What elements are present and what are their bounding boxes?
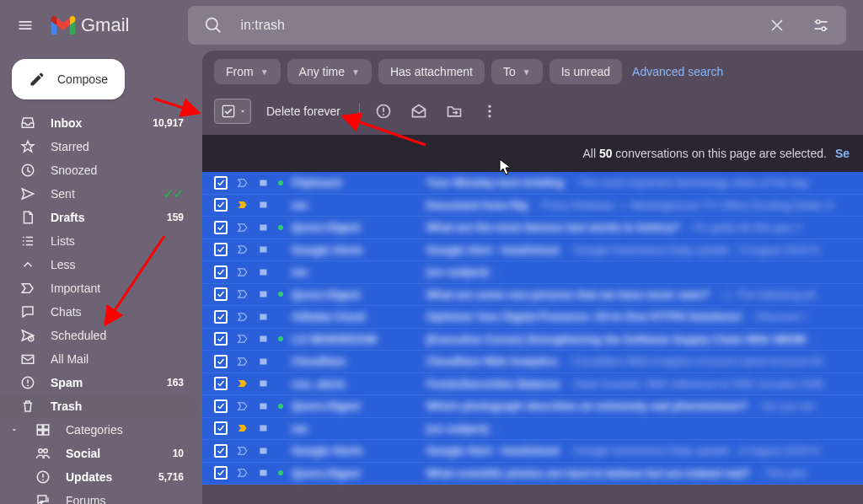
sidebar-item-spam[interactable]: Spam163 xyxy=(0,371,197,394)
svg-point-20 xyxy=(488,110,490,112)
sidebar-item-count: 5,716 xyxy=(158,471,184,483)
filter-chip-any-time[interactable]: Any time▼ xyxy=(287,59,372,84)
row-checkbox[interactable] xyxy=(214,287,228,301)
filter-chip-from[interactable]: From▼ xyxy=(214,59,281,84)
row-checkbox[interactable] xyxy=(214,265,228,279)
gmail-logo[interactable]: Gmail xyxy=(51,14,129,36)
search-input[interactable] xyxy=(240,18,750,33)
gmail-logo-icon xyxy=(51,16,76,35)
report-spam-button[interactable] xyxy=(368,96,399,126)
label-icon xyxy=(258,356,270,367)
mail-row[interactable]: FlipboardYour Monday tech briefing - The… xyxy=(202,172,863,195)
sidebar-item-inbox[interactable]: Inbox10,917 xyxy=(0,111,197,135)
row-checkbox[interactable] xyxy=(214,466,228,480)
mail-row[interactable]: meDocument from Raj - Press Release — We… xyxy=(202,195,863,217)
sidebar-item-important[interactable]: Important xyxy=(0,276,197,300)
filter-bar: From▼Any time▼Has attachmentTo▼Is unread… xyxy=(202,51,863,93)
category-dot-icon xyxy=(278,292,283,297)
mail-row[interactable]: Quora DigestWhich photograph describes a… xyxy=(202,395,863,418)
row-checkbox[interactable] xyxy=(214,310,228,324)
category-dot-icon xyxy=(278,381,283,386)
importance-marker[interactable] xyxy=(236,177,249,189)
importance-marker[interactable] xyxy=(236,199,249,211)
importance-marker[interactable] xyxy=(236,244,249,255)
sidebar-item-scheduled[interactable]: Scheduled xyxy=(0,324,197,347)
search-button[interactable] xyxy=(196,8,230,42)
clear-search-button[interactable] xyxy=(760,8,794,42)
mail-row[interactable]: Google AlertsGoogle Alert - how2shout - … xyxy=(202,239,863,262)
sidebar-item-less[interactable]: Less xyxy=(0,253,197,276)
action-toolbar: Delete forever xyxy=(202,93,863,135)
filter-chip-to[interactable]: To▼ xyxy=(491,59,543,84)
sidebar-item-lists[interactable]: Lists xyxy=(0,229,197,253)
spam-icon xyxy=(375,103,392,120)
compose-button[interactable]: Compose xyxy=(12,59,125,99)
sidebar-item-snoozed[interactable]: Snoozed xyxy=(0,158,197,182)
row-checkbox[interactable] xyxy=(214,377,228,390)
delete-forever-button[interactable]: Delete forever xyxy=(256,99,351,123)
category-dot-icon xyxy=(278,336,283,341)
sidebar-item-chats[interactable]: Chats xyxy=(0,300,197,324)
sidebar-item-categories[interactable]: Categories xyxy=(0,418,197,442)
mail-row[interactable]: Quora DigestWhat are some rare pictures … xyxy=(202,284,863,307)
row-checkbox[interactable] xyxy=(214,332,228,346)
sidebar-item-social[interactable]: Social10 xyxy=(0,442,197,465)
importance-marker[interactable] xyxy=(236,445,249,457)
trash-icon xyxy=(20,399,35,414)
importance-marker[interactable] xyxy=(236,356,249,367)
row-checkbox[interactable] xyxy=(214,355,228,368)
main-menu-button[interactable] xyxy=(8,8,42,42)
spam-icon-wrap xyxy=(20,375,35,390)
sidebar-item-label: Snoozed xyxy=(51,164,184,177)
mail-row[interactable]: LG NEWSROOM[Executive Corner] Strengthen… xyxy=(202,329,863,351)
row-checkbox[interactable] xyxy=(214,399,228,413)
mail-subject: Optimize Your Digital Presence: All-in-O… xyxy=(426,310,851,323)
importance-marker[interactable] xyxy=(236,288,249,300)
label-icon xyxy=(258,266,270,278)
importance-marker[interactable] xyxy=(236,311,249,323)
sidebar-item-trash[interactable]: Trash xyxy=(0,394,197,418)
select-all-conversations-link[interactable]: Se xyxy=(835,147,850,160)
mail-row[interactable]: me(no subject) - xyxy=(202,418,863,441)
importance-marker[interactable] xyxy=(236,222,249,233)
sidebar-item-forums[interactable]: Forums xyxy=(0,489,197,504)
svg-point-0 xyxy=(817,20,820,24)
mail-row[interactable]: CloudflareCloudflare Web Analytics - Clo… xyxy=(202,351,863,373)
importance-marker[interactable] xyxy=(236,378,249,389)
label-icon xyxy=(258,400,270,412)
trash-icon-wrap xyxy=(20,399,35,414)
row-checkbox[interactable] xyxy=(214,198,228,212)
importance-marker[interactable] xyxy=(236,400,249,412)
search-options-button[interactable] xyxy=(804,8,838,42)
importance-marker[interactable] xyxy=(236,422,249,434)
mark-read-button[interactable] xyxy=(404,96,434,126)
mail-row[interactable]: Quora DigestWhat scientific photos are h… xyxy=(202,463,863,485)
sidebar-item-sent[interactable]: Sent✓✓ xyxy=(0,182,197,206)
importance-marker[interactable] xyxy=(236,467,249,479)
importance-marker[interactable] xyxy=(236,333,249,345)
sidebar-item-updates[interactable]: Updates5,716 xyxy=(0,465,197,489)
move-to-button[interactable] xyxy=(439,96,469,126)
svg-point-19 xyxy=(488,105,490,108)
svg-rect-16 xyxy=(222,105,233,116)
sidebar-item-all-mail[interactable]: All Mail xyxy=(0,347,197,371)
more-actions-button[interactable] xyxy=(474,96,505,126)
mail-row[interactable]: nse_alertsFunds/Securities Balance - Dea… xyxy=(202,373,863,396)
filter-chip-is-unread[interactable]: Is unread xyxy=(549,59,622,84)
mail-row[interactable]: Quora DigestWhat are the most famous las… xyxy=(202,217,863,239)
select-all-checkbox[interactable] xyxy=(214,99,251,124)
row-checkbox[interactable] xyxy=(214,421,228,435)
mail-row[interactable]: Google AlertsGoogle Alert - how2shout - … xyxy=(202,440,863,463)
row-checkbox[interactable] xyxy=(214,221,228,234)
filter-chip-has-attachment[interactable]: Has attachment xyxy=(378,59,485,84)
mail-row[interactable]: Alibaba CloudOptimize Your Digital Prese… xyxy=(202,306,863,329)
row-checkbox[interactable] xyxy=(214,444,228,458)
row-checkbox[interactable] xyxy=(214,243,228,256)
mail-sender: me xyxy=(292,199,418,212)
sidebar-item-drafts[interactable]: Drafts159 xyxy=(0,206,197,229)
importance-marker[interactable] xyxy=(236,266,249,278)
sidebar-item-starred[interactable]: Starred xyxy=(0,135,197,158)
mail-row[interactable]: me(no subject) - xyxy=(202,261,863,284)
row-checkbox[interactable] xyxy=(214,176,228,190)
advanced-search-link[interactable]: Advanced search xyxy=(632,65,723,78)
